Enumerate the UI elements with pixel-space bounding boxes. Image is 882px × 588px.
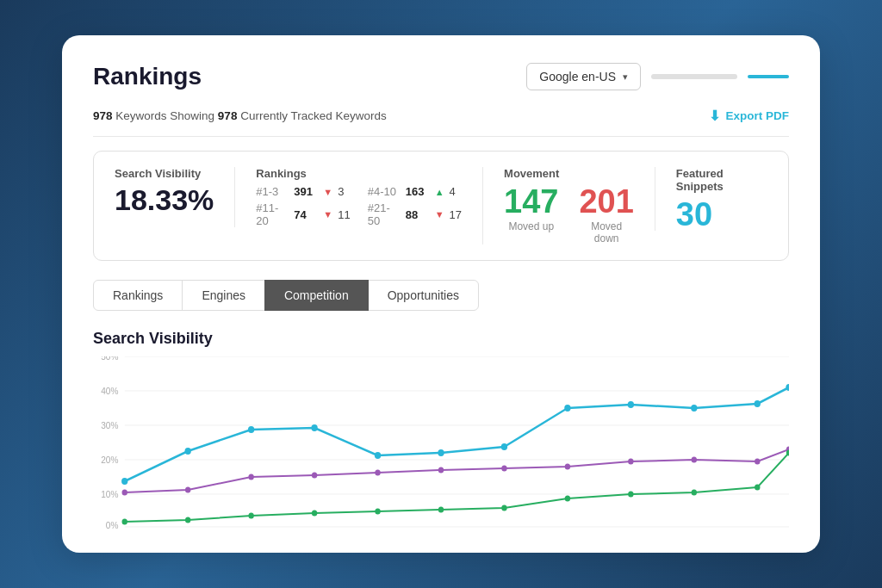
blue-dot-11 xyxy=(755,400,761,407)
rankings-grid: #1-3 391 ▼ 3 #4-10 163 ▲ 4 #11-20 74 ▼ 1… xyxy=(256,185,462,227)
blue-dot-3 xyxy=(248,426,254,433)
stats-card: Search Visibility 18.33% Rankings #1-3 3… xyxy=(93,151,789,261)
y-label-10: 10% xyxy=(101,489,118,500)
green-dot-1 xyxy=(122,519,127,525)
arrow-up-icon: ▲ xyxy=(435,187,444,197)
delta-1-3: 3 xyxy=(338,185,344,198)
arrow-down-icon-3: ▼ xyxy=(435,209,444,220)
featured-snippets-value: 30 xyxy=(676,198,747,231)
y-label-40: 40% xyxy=(101,386,118,397)
engine-dropdown-label: Google en-US xyxy=(539,70,616,84)
chart-container: 50% 40% 30% 20% 10% 0% xyxy=(93,356,789,529)
moved-up-label: Moved up xyxy=(504,220,558,232)
arrow-down-icon-2: ▼ xyxy=(323,209,332,220)
green-dot-11 xyxy=(755,485,760,491)
green-dot-3 xyxy=(248,513,253,519)
green-dot-5 xyxy=(375,509,380,515)
count-4-10: 163 xyxy=(406,185,430,198)
purple-dot-2 xyxy=(185,487,190,493)
keywords-tracked-text: Currently Tracked Keywords xyxy=(240,109,387,122)
delta-4-10: 4 xyxy=(450,185,456,198)
export-pdf-button[interactable]: ⬇ Export PDF xyxy=(709,108,789,124)
arrow-down-icon: ▼ xyxy=(323,187,332,197)
blue-dot-5 xyxy=(375,452,381,459)
movement-section: Movement 147 Moved up 201 Moved down xyxy=(482,167,655,244)
purple-dot-10 xyxy=(692,457,697,463)
tabs-row: Rankings Engines Competition Opportuniti… xyxy=(93,280,789,311)
keywords-tracked-count: 978 xyxy=(218,109,238,122)
blue-dot-4 xyxy=(311,424,317,431)
y-label-20: 20% xyxy=(101,455,118,466)
green-dot-6 xyxy=(438,507,444,513)
purple-dot-8 xyxy=(565,464,570,470)
search-visibility-number: 18.33 xyxy=(115,183,188,216)
green-line xyxy=(125,453,789,522)
progress-bar xyxy=(651,74,737,79)
page-title: Rankings xyxy=(93,63,202,90)
keywords-row: 978 Keywords Showing 978 Currently Track… xyxy=(93,108,789,137)
chart-title: Search Visibility xyxy=(93,330,789,348)
rankings-label: Rankings xyxy=(256,167,462,180)
count-21-50: 88 xyxy=(406,208,430,221)
blue-dot-7 xyxy=(501,443,507,450)
featured-snippets-section: Featured Snippets 30 xyxy=(655,167,767,231)
blue-dot-9 xyxy=(628,401,634,408)
blue-line xyxy=(125,387,789,481)
chevron-down-icon: ▾ xyxy=(623,71,628,83)
purple-dot-7 xyxy=(501,466,506,472)
green-dot-4 xyxy=(312,511,317,517)
header-row: Rankings Google en-US ▾ xyxy=(93,63,789,90)
chart-section: Search Visibility 50% 40% 30% 20% 10% 0% xyxy=(93,330,789,529)
ranking-row-21-50: #21-50 88 ▼ 17 xyxy=(368,201,462,227)
moved-down-item: 201 Moved down xyxy=(579,185,633,244)
blue-dot-10 xyxy=(691,405,697,412)
ranking-row-4-10: #4-10 163 ▲ 4 xyxy=(368,185,462,198)
purple-dot-9 xyxy=(628,459,633,465)
keywords-showing-text: Keywords Showing xyxy=(115,109,218,122)
tab-opportunities[interactable]: Opportunities xyxy=(368,280,479,311)
ranking-row-11-20: #11-20 74 ▼ 11 xyxy=(256,201,350,227)
count-1-3: 391 xyxy=(294,185,318,198)
y-label-50: 50% xyxy=(101,356,118,362)
moved-up-item: 147 Moved up xyxy=(504,185,558,232)
green-dot-9 xyxy=(628,492,633,498)
movement-values: 147 Moved up 201 Moved down xyxy=(504,185,634,244)
chart-svg: 50% 40% 30% 20% 10% 0% xyxy=(93,356,789,529)
engine-dropdown[interactable]: Google en-US ▾ xyxy=(526,63,641,90)
moved-down-label: Moved down xyxy=(579,220,633,244)
tab-competition[interactable]: Competition xyxy=(264,280,369,311)
keywords-showing-count: 978 xyxy=(93,109,113,122)
green-dot-10 xyxy=(692,490,697,496)
blue-dot-2 xyxy=(185,448,191,455)
range-21-50: #21-50 xyxy=(368,201,401,227)
purple-dot-5 xyxy=(375,470,380,476)
keywords-info: 978 Keywords Showing 978 Currently Track… xyxy=(93,109,387,122)
tab-engines[interactable]: Engines xyxy=(182,280,265,311)
green-dot-8 xyxy=(565,496,570,502)
moved-up-value: 147 xyxy=(504,185,558,218)
purple-dot-3 xyxy=(248,474,253,480)
main-card: Rankings Google en-US ▾ 978 Keywords Sho… xyxy=(62,35,820,553)
movement-label: Movement xyxy=(504,167,634,180)
search-visibility-value: 18.33% xyxy=(115,185,214,214)
search-visibility-suffix: % xyxy=(188,183,214,216)
search-visibility-label: Search Visibility xyxy=(115,167,214,180)
count-11-20: 74 xyxy=(294,208,318,221)
range-11-20: #11-20 xyxy=(256,201,289,227)
blue-dot-1 xyxy=(121,478,127,485)
range-4-10: #4-10 xyxy=(368,185,401,198)
purple-dot-11 xyxy=(755,459,760,465)
featured-snippets-label: Featured Snippets xyxy=(676,167,747,193)
rankings-section: Rankings #1-3 391 ▼ 3 #4-10 163 ▲ 4 #11-… xyxy=(234,167,482,227)
header-controls: Google en-US ▾ xyxy=(526,63,789,90)
range-1-3: #1-3 xyxy=(256,185,289,198)
y-label-30: 30% xyxy=(101,420,118,431)
y-label-0: 0% xyxy=(106,520,119,529)
ranking-row-1-3: #1-3 391 ▼ 3 xyxy=(256,185,350,198)
purple-dot-4 xyxy=(312,473,317,479)
search-visibility-section: Search Visibility 18.33% xyxy=(115,167,234,214)
tab-rankings[interactable]: Rankings xyxy=(93,280,183,311)
delta-21-50: 17 xyxy=(450,208,462,221)
green-dot-2 xyxy=(185,517,190,523)
blue-line-indicator xyxy=(748,75,789,78)
